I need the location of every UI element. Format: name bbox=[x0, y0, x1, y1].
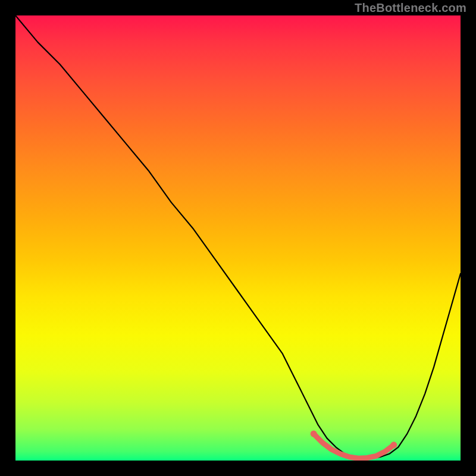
chart-container: TheBottleneck.com bbox=[0, 0, 476, 476]
optimal-end-dot bbox=[390, 441, 397, 448]
bottleneck-curve bbox=[15, 15, 461, 458]
chart-svg bbox=[15, 15, 461, 461]
optimal-region-marker bbox=[311, 431, 397, 459]
optimal-end-dot bbox=[311, 431, 317, 437]
watermark-text: TheBottleneck.com bbox=[355, 1, 466, 15]
plot-area bbox=[15, 15, 461, 461]
